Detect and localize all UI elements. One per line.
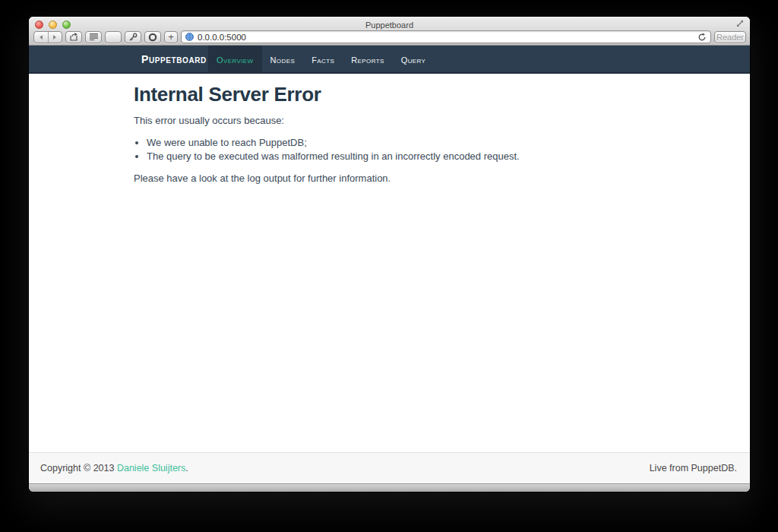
window-title: Puppetboard bbox=[365, 18, 413, 30]
reload-button[interactable] bbox=[697, 33, 707, 42]
page-footer: Copyright © 2013 Daniele Sluijters. Live… bbox=[29, 452, 750, 483]
minimize-button[interactable] bbox=[49, 21, 57, 29]
forward-button[interactable] bbox=[48, 32, 62, 43]
share-button[interactable] bbox=[65, 31, 82, 43]
new-tab-button[interactable]: + bbox=[164, 31, 178, 43]
browser-status-bar bbox=[29, 483, 750, 492]
close-button[interactable] bbox=[35, 21, 43, 29]
tab-reports[interactable]: Reports bbox=[343, 46, 393, 74]
error-heading: Internal Server Error bbox=[134, 84, 719, 106]
navbar-brand[interactable]: Puppetboard bbox=[141, 46, 207, 72]
reader-button-label: Reader bbox=[716, 33, 744, 42]
back-button[interactable] bbox=[34, 32, 48, 43]
url-text: 0.0.0.0:5000 bbox=[198, 33, 694, 42]
share-icon bbox=[69, 33, 78, 41]
navbar-tabs: Overview Nodes Facts Reports Query bbox=[208, 46, 434, 72]
reading-list-button[interactable] bbox=[85, 31, 102, 43]
tab-facts[interactable]: Facts bbox=[303, 46, 343, 74]
page-content: Internal Server Error This error usually… bbox=[29, 74, 750, 452]
tab-nodes[interactable]: Nodes bbox=[262, 46, 304, 74]
copyright-suffix: . bbox=[185, 463, 188, 473]
key-extension-button[interactable] bbox=[125, 31, 141, 43]
error-reason-list: We were unable to reach PuppetDB; The qu… bbox=[134, 137, 719, 162]
app-navbar: Puppetboard Overview Nodes Facts Reports… bbox=[29, 46, 750, 74]
error-reason-item: The query to be executed was malformed r… bbox=[147, 150, 719, 163]
blank-extension-button[interactable] bbox=[105, 31, 122, 43]
browser-toolbar: + 0.0.0.0:5000 Reader bbox=[29, 30, 750, 46]
ring-icon bbox=[148, 33, 157, 42]
tab-overview[interactable]: Overview bbox=[208, 46, 262, 74]
fullscreen-button[interactable] bbox=[736, 20, 744, 27]
plus-icon: + bbox=[168, 32, 174, 43]
error-reason-item: We were unable to reach PuppetDB; bbox=[147, 137, 719, 149]
zoom-button[interactable] bbox=[62, 21, 71, 29]
error-intro: This error usually occurs because: bbox=[134, 114, 719, 128]
traffic-lights bbox=[35, 21, 71, 29]
author-link[interactable]: Daniele Sluijters bbox=[117, 463, 185, 473]
back-arrow-icon bbox=[38, 34, 44, 40]
reload-icon bbox=[697, 33, 707, 42]
history-nav-group bbox=[33, 31, 62, 43]
reader-button[interactable]: Reader bbox=[714, 31, 746, 43]
key-icon bbox=[128, 33, 138, 42]
address-bar[interactable]: 0.0.0.0:5000 bbox=[181, 30, 711, 43]
copyright-text: Copyright © 2013 Daniele Sluijters. bbox=[40, 463, 188, 473]
reading-list-icon bbox=[90, 33, 98, 40]
tab-query[interactable]: Query bbox=[393, 46, 435, 74]
error-outro: Please have a look at the log output for… bbox=[134, 172, 719, 185]
browser-window: Puppetboard bbox=[29, 17, 750, 492]
ring-extension-button[interactable] bbox=[144, 31, 161, 43]
live-from-puppetdb-text: Live from PuppetDB. bbox=[650, 463, 737, 473]
forward-arrow-icon bbox=[52, 34, 58, 40]
diagonal-arrows-icon bbox=[736, 20, 744, 27]
copyright-prefix: Copyright © 2013 bbox=[40, 463, 117, 473]
globe-favicon-icon bbox=[185, 33, 194, 41]
title-bar[interactable]: Puppetboard bbox=[29, 17, 750, 30]
